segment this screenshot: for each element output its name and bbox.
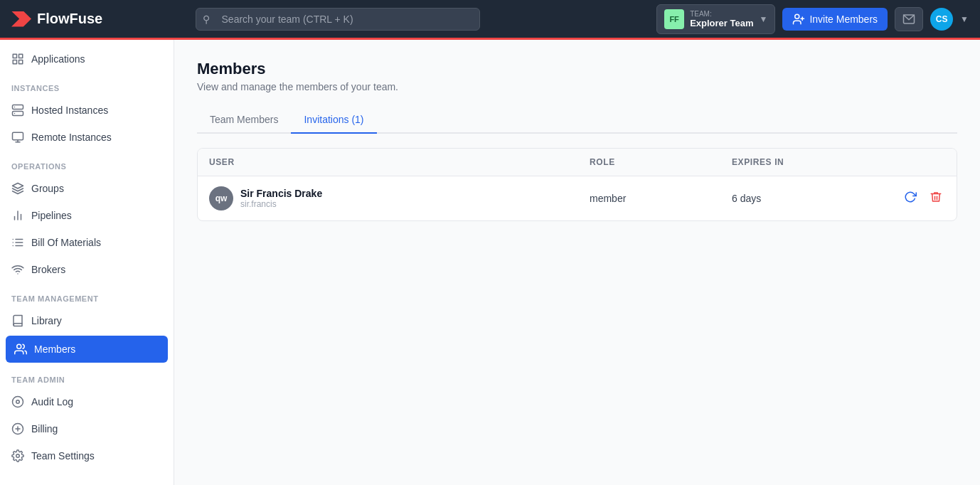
audit-icon: [11, 395, 24, 408]
table-row: qw Sir Francis Drake sir.francis member …: [198, 176, 957, 220]
user-avatar[interactable]: CS: [930, 8, 953, 31]
user-initials: qw: [209, 186, 233, 210]
sidebar-item-hosted-instances[interactable]: Hosted Instances: [0, 97, 174, 124]
team-name: Explorer Team: [690, 18, 753, 28]
header: FlowFuse ⚲ FF TEAM: Explorer Team ▼ Invi…: [0, 0, 980, 40]
sidebar: Applications INSTANCES Hosted Instances …: [0, 40, 174, 485]
book-icon: [11, 314, 24, 327]
svg-point-32: [16, 454, 20, 458]
role-cell: member: [590, 193, 732, 204]
delete-invitation-button[interactable]: [927, 188, 945, 210]
team-selector[interactable]: FF TEAM: Explorer Team ▼: [656, 4, 775, 34]
trash-icon: [930, 191, 942, 207]
col-expires-in: Expires In: [732, 157, 874, 167]
chevron-down-icon: ▼: [759, 14, 767, 24]
sidebar-label-pipelines: Pipelines: [31, 210, 72, 221]
sidebar-item-audit-log[interactable]: Audit Log: [0, 388, 174, 415]
actions-cell: [874, 188, 945, 210]
grid-icon: [11, 53, 24, 65]
sidebar-label-remote-instances: Remote Instances: [31, 132, 112, 143]
users-icon: [14, 343, 27, 356]
logo[interactable]: FlowFuse: [11, 11, 102, 27]
dollar-icon: [11, 422, 24, 435]
team-admin-section-label: TEAM ADMIN: [0, 364, 174, 388]
sidebar-item-team-settings[interactable]: Team Settings: [0, 442, 174, 469]
refresh-icon: [904, 191, 917, 207]
server-icon: [11, 104, 24, 117]
sidebar-label-brokers: Brokers: [31, 264, 65, 275]
settings-icon: [11, 449, 24, 462]
svg-marker-15: [13, 183, 23, 189]
tab-invitations[interactable]: Invitations (1): [291, 107, 376, 134]
sidebar-item-members[interactable]: Members: [6, 336, 168, 363]
sidebar-item-brokers[interactable]: Brokers: [0, 256, 174, 283]
team-mgmt-section-label: TEAM MANAGEMENT: [0, 283, 174, 307]
sidebar-item-bill-of-materials[interactable]: Bill Of Materials: [0, 229, 174, 256]
mail-icon: [902, 13, 915, 26]
layers-icon: [11, 182, 24, 195]
page-title: Members: [197, 60, 957, 78]
sidebar-label-applications: Applications: [31, 53, 85, 65]
user-name: Sir Francis Drake: [240, 188, 322, 199]
logo-text: FlowFuse: [37, 11, 102, 27]
sidebar-item-groups[interactable]: Groups: [0, 175, 174, 202]
user-cell: qw Sir Francis Drake sir.francis: [209, 186, 590, 210]
layout: Applications INSTANCES Hosted Instances …: [0, 40, 980, 485]
search-input[interactable]: [196, 8, 480, 31]
svg-rect-5: [19, 54, 23, 58]
svg-rect-7: [19, 60, 23, 64]
monitor-icon: [11, 131, 24, 144]
team-label: TEAM:: [690, 10, 753, 18]
svg-point-27: [13, 397, 23, 407]
invitations-table: User Role Expires In qw Sir Francis Drak…: [197, 148, 957, 221]
sidebar-label-members: Members: [34, 343, 75, 355]
sidebar-label-billing: Billing: [31, 423, 58, 435]
sidebar-label-team-settings: Team Settings: [31, 450, 95, 462]
sidebar-item-applications[interactable]: Applications: [0, 46, 174, 73]
sidebar-label-audit-log: Audit Log: [31, 396, 73, 407]
tab-team-members[interactable]: Team Members: [197, 107, 291, 134]
search-bar: ⚲: [196, 8, 480, 31]
operations-section-label: OPERATIONS: [0, 151, 174, 175]
logo-icon: [11, 11, 31, 27]
sidebar-label-hosted-instances: Hosted Instances: [31, 105, 108, 116]
sidebar-item-pipelines[interactable]: Pipelines: [0, 202, 174, 229]
main-content: Members View and manage the members of y…: [174, 40, 980, 485]
sidebar-item-billing[interactable]: Billing: [0, 415, 174, 442]
svg-rect-6: [13, 60, 16, 64]
page-subtitle: View and manage the members of your team…: [197, 81, 957, 92]
table-header: User Role Expires In: [198, 149, 957, 176]
sidebar-label-groups: Groups: [31, 183, 64, 194]
expires-cell: 6 days: [732, 193, 874, 204]
refresh-invitation-button[interactable]: [901, 188, 920, 210]
sidebar-item-library[interactable]: Library: [0, 307, 174, 334]
svg-point-0: [795, 14, 799, 18]
col-actions: [874, 157, 945, 167]
user-plus-icon: [792, 13, 805, 26]
user-menu-chevron[interactable]: ▼: [960, 14, 969, 24]
invite-members-button[interactable]: Invite Members: [782, 8, 888, 31]
wifi-icon: [11, 263, 24, 276]
svg-rect-4: [13, 54, 16, 58]
team-info: TEAM: Explorer Team: [690, 10, 753, 28]
header-right: FF TEAM: Explorer Team ▼ Invite Members …: [656, 4, 969, 34]
sidebar-label-library: Library: [31, 315, 62, 326]
bar-chart-icon: [11, 209, 24, 222]
list-icon: [11, 236, 24, 249]
instances-section-label: INSTANCES: [0, 73, 174, 97]
invite-btn-label: Invite Members: [809, 14, 878, 25]
svg-point-28: [16, 400, 20, 404]
tabs: Team Members Invitations (1): [197, 107, 957, 134]
user-initials: CS: [936, 14, 948, 24]
col-role: Role: [590, 157, 732, 167]
mail-button[interactable]: [895, 7, 923, 31]
user-info: Sir Francis Drake sir.francis: [240, 188, 322, 209]
sidebar-item-remote-instances[interactable]: Remote Instances: [0, 124, 174, 151]
svg-point-26: [17, 344, 21, 348]
sidebar-label-bill-of-materials: Bill Of Materials: [31, 237, 101, 248]
search-icon: ⚲: [203, 14, 210, 25]
user-handle: sir.francis: [240, 199, 322, 209]
col-user: User: [209, 157, 590, 167]
svg-rect-12: [13, 132, 23, 140]
team-avatar: FF: [664, 9, 684, 29]
